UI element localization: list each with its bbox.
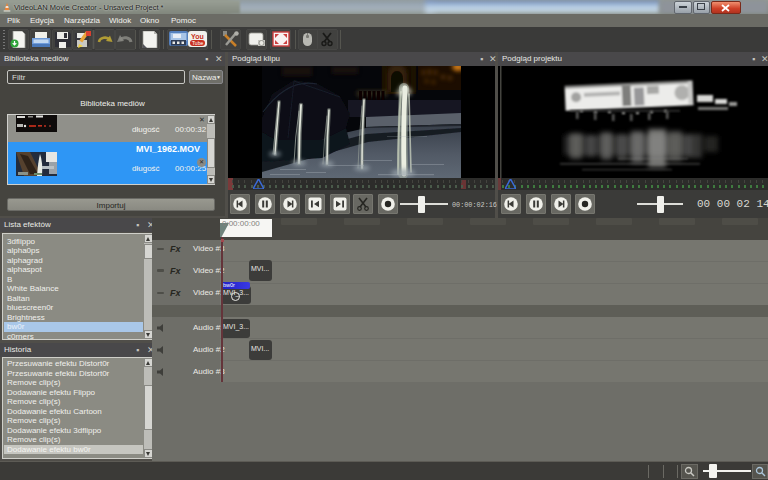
svg-text:You: You [191, 33, 204, 40]
svg-text:Tube: Tube [192, 40, 203, 46]
